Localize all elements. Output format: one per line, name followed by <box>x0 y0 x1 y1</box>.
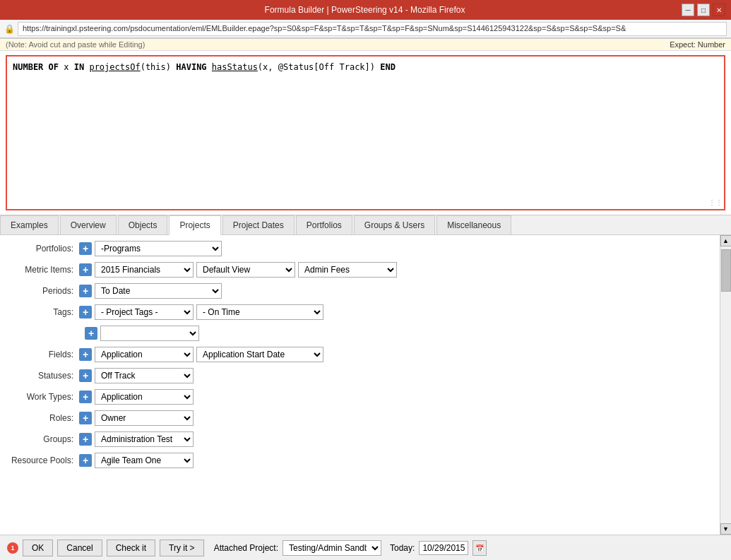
tags-extra-row: + <box>85 326 711 341</box>
periods-select[interactable]: To Date <box>95 283 222 299</box>
tags-extra-select[interactable] <box>100 326 199 341</box>
statuses-add-button[interactable]: + <box>79 369 92 382</box>
metric-items-select-2[interactable]: Default View <box>196 262 295 278</box>
periods-row: Periods: + To Date <box>8 283 711 299</box>
periods-add-button[interactable]: + <box>79 285 92 297</box>
minimize-button[interactable]: ─ <box>682 4 694 16</box>
content-area: Portfolios: + -Programs Metric Items: + … <box>0 235 731 535</box>
fields-add-button[interactable]: + <box>79 348 92 361</box>
fields-select-1[interactable]: Application <box>95 347 194 362</box>
portfolios-row: Portfolios: + -Programs <box>8 241 711 256</box>
roles-add-button[interactable]: + <box>79 412 92 424</box>
tags-controls: + - Project Tags - - On Time <box>79 304 323 320</box>
formula-text: NUMBER OF x IN projectsOf(this) HAVING h… <box>13 62 396 72</box>
work-types-row: Work Types: + Application <box>8 389 711 405</box>
nav-bar: 🔒 https://trainingxl.psteering.com/psdoc… <box>0 20 731 38</box>
statuses-select[interactable]: Off Track <box>95 368 194 383</box>
portfolios-add-button[interactable]: + <box>79 242 92 255</box>
close-button[interactable]: ✕ <box>713 4 725 16</box>
main-content: (Note: Avoid cut and paste while Editing… <box>0 39 731 560</box>
tab-project-dates[interactable]: Project Dates <box>222 215 295 234</box>
attached-project-select[interactable]: Testing/Admin Sandbox <box>283 540 381 556</box>
url-bar[interactable]: https://trainingxl.psteering.com/psdocum… <box>18 22 727 36</box>
statuses-row: Statuses: + Off Track <box>8 368 711 383</box>
cancel-button[interactable]: Cancel <box>57 540 102 556</box>
tags-select-2[interactable]: - On Time <box>196 304 323 320</box>
note-text: (Note: Avoid cut and paste while Editing… <box>6 40 145 49</box>
metric-items-add-button[interactable]: + <box>79 263 92 276</box>
scroll-thumb[interactable] <box>721 249 731 292</box>
today-value: 10/29/2015 <box>419 541 468 555</box>
groups-select[interactable]: Administration Test <box>95 431 194 447</box>
formula-editor[interactable]: NUMBER OF x IN projectsOf(this) HAVING h… <box>6 55 725 210</box>
metric-items-controls: + 2015 Financials Default View Admin Fee… <box>79 262 397 278</box>
groups-label: Groups: <box>8 434 79 444</box>
resource-pools-controls: + Agile Team One <box>79 453 194 468</box>
resource-pools-select[interactable]: Agile Team One <box>95 453 194 468</box>
maximize-button[interactable]: □ <box>697 4 710 16</box>
badge: 1 <box>7 542 18 554</box>
metric-items-label: Metric Items: <box>8 265 79 275</box>
note-bar: (Note: Avoid cut and paste while Editing… <box>0 39 731 51</box>
groups-controls: + Administration Test <box>79 431 194 447</box>
roles-controls: + Owner <box>79 410 194 426</box>
roles-select[interactable]: Owner <box>95 410 194 426</box>
groups-add-button[interactable]: + <box>79 433 92 446</box>
work-types-select[interactable]: Application <box>95 389 194 405</box>
tab-groups-users[interactable]: Groups & Users <box>354 215 435 234</box>
check-it-button[interactable]: Check it <box>107 540 155 556</box>
expect-label: Expect: Number <box>670 40 725 49</box>
fields-controls: + Application Application Start Date <box>79 347 323 362</box>
statuses-controls: + Off Track <box>79 368 194 383</box>
ok-button[interactable]: OK <box>23 540 53 556</box>
roles-label: Roles: <box>8 413 79 423</box>
scroll-up-button[interactable]: ▲ <box>720 235 732 246</box>
attached-project-label: Attached Project: <box>214 543 278 553</box>
metric-items-select-3[interactable]: Admin Fees <box>298 262 397 278</box>
tags-select-1[interactable]: - Project Tags - <box>95 304 194 320</box>
window-title: Formula Builder | PowerSteering v14 - Mo… <box>48 5 682 15</box>
tab-portfolios[interactable]: Portfolios <box>296 215 352 234</box>
tab-projects[interactable]: Projects <box>169 215 220 235</box>
portfolios-label: Portfolios: <box>8 244 79 254</box>
fields-select-2[interactable]: Application Start Date <box>196 347 323 362</box>
metric-items-row: Metric Items: + 2015 Financials Default … <box>8 262 711 278</box>
scroll-down-button[interactable]: ▼ <box>720 523 732 535</box>
tags-extra-add-button[interactable]: + <box>85 327 97 340</box>
portfolios-select[interactable]: -Programs <box>95 241 222 256</box>
work-types-add-button[interactable]: + <box>79 391 92 403</box>
tab-miscellaneous[interactable]: Miscellaneous <box>436 215 511 234</box>
resize-handle[interactable]: ⋮⋮ <box>708 197 723 208</box>
tags-label: Tags: <box>8 307 79 317</box>
tab-objects[interactable]: Objects <box>118 215 168 234</box>
tabs-bar: Examples Overview Objects Projects Proje… <box>0 215 731 235</box>
resource-pools-row: Resource Pools: + Agile Team One <box>8 453 711 468</box>
tags-row: Tags: + - Project Tags - - On Time <box>8 304 711 320</box>
tab-overview[interactable]: Overview <box>60 215 117 234</box>
resource-pools-add-button[interactable]: + <box>79 454 92 467</box>
metric-items-select-1[interactable]: 2015 Financials <box>95 262 194 278</box>
formula-editor-container: NUMBER OF x IN projectsOf(this) HAVING h… <box>0 51 731 215</box>
fields-row: Fields: + Application Application Start … <box>8 347 711 362</box>
portfolios-controls: + -Programs <box>79 241 222 256</box>
title-bar: Formula Builder | PowerSteering v14 - Mo… <box>0 0 731 20</box>
today-label: Today: <box>390 543 415 553</box>
work-types-label: Work Types: <box>8 392 79 402</box>
tags-add-button[interactable]: + <box>79 306 92 318</box>
scroll-track[interactable] <box>720 246 732 523</box>
footer: 1 OK Cancel Check it Try it > Attached P… <box>0 535 731 560</box>
form-content: Portfolios: + -Programs Metric Items: + … <box>0 235 720 535</box>
try-it-button[interactable]: Try it > <box>160 540 204 556</box>
roles-row: Roles: + Owner <box>8 410 711 426</box>
calendar-button[interactable]: 📅 <box>473 540 487 556</box>
groups-row: Groups: + Administration Test <box>8 431 711 447</box>
periods-label: Periods: <box>8 286 79 296</box>
resource-pools-label: Resource Pools: <box>8 455 79 465</box>
periods-controls: + To Date <box>79 283 222 299</box>
scrollbar[interactable]: ▲ ▼ <box>720 235 731 535</box>
tab-examples[interactable]: Examples <box>0 215 59 234</box>
statuses-label: Statuses: <box>8 371 79 381</box>
lock-icon: 🔒 <box>4 24 15 34</box>
work-types-controls: + Application <box>79 389 194 405</box>
fields-label: Fields: <box>8 350 79 359</box>
